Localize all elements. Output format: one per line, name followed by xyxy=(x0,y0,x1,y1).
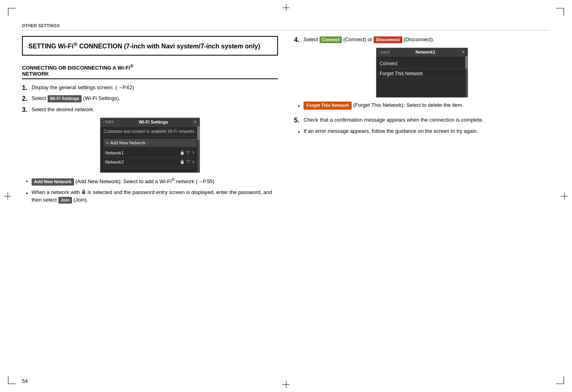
network-options-body: Connect Forget This Network xyxy=(376,56,468,97)
page-number: 54 xyxy=(22,378,28,384)
wifi-icon-2 xyxy=(186,160,191,164)
bullet-forget: • Forget This Network (Forget This Netwo… xyxy=(298,102,550,110)
scrollbar xyxy=(197,126,200,172)
step-2-number: 2. xyxy=(22,95,29,102)
bullet-4-text: If an error message appears, follow the … xyxy=(304,128,478,135)
crosshair-bottom xyxy=(282,381,290,388)
step5-bullets: • If an error message appears, follow th… xyxy=(294,128,550,136)
add-network-label: Add New Network xyxy=(110,140,145,145)
crosshair-right xyxy=(561,192,568,200)
bullet-1-text: Add New Network (Add New Network): Selec… xyxy=(32,177,214,186)
step-4-number: 4. xyxy=(294,36,301,44)
network-1-icons: > xyxy=(180,150,195,156)
network-1-name: Network1 xyxy=(105,150,124,155)
plus-icon: + xyxy=(106,140,108,145)
wifi-settings-screenshot: ‹ back Wi-Fi Settings ✕ Customize and co… xyxy=(100,118,200,173)
wifi-icon-1 xyxy=(186,150,191,155)
right-column: 4. Select Connect (Connect) or Disconnec… xyxy=(294,36,550,207)
bullet-3-text: Forget This Network (Forget This Network… xyxy=(304,102,464,109)
bullet-dot-3: • xyxy=(298,103,301,110)
bullet-dot-2: • xyxy=(26,190,29,197)
network-close-button: ✕ xyxy=(461,49,465,55)
step-1: 1. Display the general settings screen. … xyxy=(22,84,278,92)
scroll-thumb xyxy=(197,126,200,140)
forget-network-button: Forget This Network xyxy=(304,102,352,109)
disconnect-button: Disconnect xyxy=(374,36,402,43)
add-new-network-button: Add New Network xyxy=(32,178,74,185)
scroll-space xyxy=(104,167,196,170)
step-1-number: 1. xyxy=(22,84,29,92)
add-network-row: + Add New Network xyxy=(104,139,196,147)
join-button: Join xyxy=(58,197,72,204)
crosshair-top xyxy=(282,4,290,11)
svg-rect-2 xyxy=(82,191,85,194)
screenshot-body: Customize and connect to available Wi-Fi… xyxy=(100,126,200,172)
network-2-icons: > xyxy=(180,159,195,165)
bullet-dot-4: • xyxy=(298,129,301,136)
left-column: SETTING Wi-Fi® CONNECTION (7-inch with N… xyxy=(22,36,278,207)
step-2-content: Select Wi-Fi Settings (Wi-Fi Settings). xyxy=(32,95,278,102)
connect-button: Connect xyxy=(320,36,342,43)
network-row-1: Network1 xyxy=(104,148,196,158)
step-5-number: 5. xyxy=(294,116,301,124)
main-content: SETTING Wi-Fi® CONNECTION (7-inch with N… xyxy=(22,36,550,207)
corner-mark-tr xyxy=(556,8,564,16)
bullet-add-network: • Add New Network (Add New Network): Sel… xyxy=(26,177,278,186)
sub-section-heading: CONNECTING OR DISCONNECTING A Wi-Fi®NETW… xyxy=(22,64,278,79)
wifi-description: Customize and connect to available Wi-Fi… xyxy=(104,129,196,136)
connect-option: Connect xyxy=(380,59,464,69)
corner-mark-br xyxy=(556,376,564,384)
back-button: ‹ back xyxy=(103,120,114,124)
close-button: ✕ xyxy=(193,119,197,125)
arrow-1: > xyxy=(192,150,195,156)
screenshot-titlebar: ‹ back Wi-Fi Settings ✕ xyxy=(100,118,200,126)
network-options-screenshot: ‹ back Network1 ✕ Connect Forget This Ne… xyxy=(376,48,468,98)
step4-bullets: • Forget This Network (Forget This Netwo… xyxy=(294,102,550,110)
crosshair-left xyxy=(4,192,11,200)
bullet-dot-1: • xyxy=(26,178,29,185)
wifi-settings-button: Wi-Fi Settings xyxy=(48,95,82,102)
section-title-box: SETTING Wi-Fi® CONNECTION (7-inch with N… xyxy=(22,36,278,56)
screenshot-content: Customize and connect to available Wi-Fi… xyxy=(100,126,200,172)
screenshot-title: Wi-Fi Settings xyxy=(139,120,168,124)
arrow-2: > xyxy=(192,159,195,165)
lock-icon-2 xyxy=(180,159,184,164)
header-label: OTHER SETTINGS xyxy=(22,24,60,28)
network-scroll-thumb xyxy=(465,56,468,69)
step-5-content: Check that a confirmation message appear… xyxy=(304,116,550,124)
step-4-content: Select Connect (Connect) or Disconnect (… xyxy=(304,36,550,43)
step-5: 5. Check that a confirmation message app… xyxy=(294,116,550,124)
bullet-error: • If an error message appears, follow th… xyxy=(298,128,550,136)
section-title: SETTING Wi-Fi® CONNECTION (7-inch with N… xyxy=(28,41,272,51)
bullet-lock: • When a network with is selected and th… xyxy=(26,189,278,204)
step3-bullets: • Add New Network (Add New Network): Sel… xyxy=(22,177,278,204)
lock-icon-1 xyxy=(180,150,184,155)
svg-rect-0 xyxy=(181,152,184,155)
empty-space xyxy=(380,79,464,95)
step-1-content: Display the general settings screen. (→P… xyxy=(32,84,278,91)
network-options-title: Network1 xyxy=(416,50,436,54)
sub-section-title: CONNECTING OR DISCONNECTING A Wi-Fi®NETW… xyxy=(22,64,278,77)
step-3: 3. Select the desired network. xyxy=(22,106,278,114)
step-3-content: Select the desired network. xyxy=(32,106,278,113)
corner-mark-tl xyxy=(8,8,16,16)
network-options-content: Connect Forget This Network xyxy=(376,56,468,97)
corner-mark-bl xyxy=(8,376,16,384)
network-row-2: Network2 xyxy=(104,158,196,167)
network-2-name: Network2 xyxy=(105,160,124,164)
step-3-number: 3. xyxy=(22,106,29,114)
network-back-button: ‹ back xyxy=(379,50,390,54)
lock-icon-inline xyxy=(81,189,86,194)
network-options-titlebar: ‹ back Network1 ✕ xyxy=(376,48,468,56)
svg-rect-1 xyxy=(181,161,184,164)
step-2: 2. Select Wi-Fi Settings (Wi-Fi Settings… xyxy=(22,95,278,102)
network-scrollbar xyxy=(465,56,468,97)
step-4: 4. Select Connect (Connect) or Disconnec… xyxy=(294,36,550,44)
forget-option: Forget This Network xyxy=(380,69,464,79)
page-header: OTHER SETTINGS xyxy=(22,22,550,30)
bullet-2-text: When a network with is selected and the … xyxy=(32,189,278,204)
